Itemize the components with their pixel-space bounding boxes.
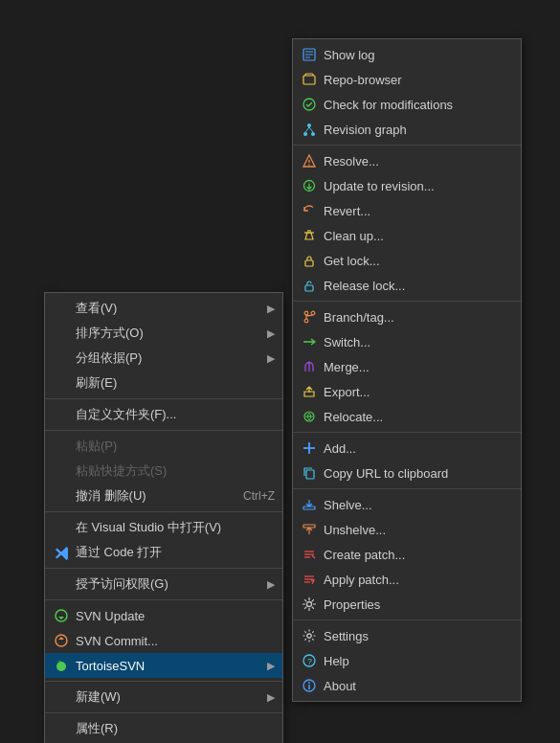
revert-icon bbox=[301, 202, 318, 219]
branch-icon bbox=[301, 308, 318, 326]
about-icon bbox=[301, 677, 318, 694]
repo-icon bbox=[301, 71, 318, 88]
separator bbox=[45, 681, 282, 682]
menu-item-resolve[interactable]: Resolve... bbox=[293, 148, 521, 173]
undo-icon bbox=[53, 487, 70, 505]
separator bbox=[45, 430, 282, 431]
menu-item-settings[interactable]: Settings bbox=[293, 623, 521, 648]
menu-item-label: 撤消 删除(U) bbox=[76, 487, 224, 505]
svg-point-39 bbox=[307, 634, 311, 638]
add-icon bbox=[301, 439, 318, 457]
menu-item-label: Repo-browser bbox=[324, 73, 513, 87]
menu-item-branchtag[interactable]: Branch/tag... bbox=[293, 304, 521, 329]
help-icon: ? bbox=[301, 652, 318, 669]
menu-item-add[interactable]: Add... bbox=[293, 436, 521, 461]
menu-item-copyurl[interactable]: Copy URL to clipboard bbox=[293, 461, 521, 485]
menu-item-pasteshortcut: 粘贴快捷方式(S) bbox=[45, 459, 282, 484]
menu-item-sort[interactable]: 排序方式(O) ▶ bbox=[45, 321, 282, 346]
separator bbox=[45, 712, 282, 713]
menu-item-createpatch[interactable]: Create patch... bbox=[293, 542, 521, 567]
menu-item-switch[interactable]: Switch... bbox=[293, 329, 521, 354]
menu-item-label: TortoiseSVN bbox=[76, 659, 259, 673]
refresh-icon bbox=[53, 374, 70, 392]
menu-item-export[interactable]: Export... bbox=[293, 379, 521, 404]
menu-item-access[interactable]: 授予访问权限(G) ▶ bbox=[45, 572, 282, 597]
menu-item-revert[interactable]: Revert... bbox=[293, 198, 521, 223]
separator bbox=[45, 398, 282, 399]
menu-item-paste: 粘贴(P) bbox=[45, 434, 282, 459]
menu-item-label: Release lock... bbox=[324, 279, 513, 293]
copyurl-icon bbox=[301, 464, 318, 482]
updaterev-icon bbox=[301, 177, 318, 194]
menu-item-label: Merge... bbox=[324, 360, 513, 374]
svg-rect-28 bbox=[306, 470, 314, 479]
menu-item-unshelve[interactable]: Unshelve... bbox=[293, 517, 521, 542]
menu-item-view[interactable]: 查看(V) ▶ bbox=[45, 296, 282, 321]
menu-item-applypatch[interactable]: Apply patch... bbox=[293, 567, 521, 592]
menu-item-relocate[interactable]: Relocate... bbox=[293, 404, 521, 429]
menu-item-help[interactable]: ? Help bbox=[293, 648, 521, 673]
menu-item-shelve[interactable]: Shelve... bbox=[293, 492, 521, 517]
menu-item-cleanup[interactable]: Clean up... bbox=[293, 223, 521, 248]
menu-item-revgraph[interactable]: Revision graph bbox=[293, 117, 521, 142]
tortoise-icon bbox=[53, 657, 70, 674]
menu-item-label: Update to revision... bbox=[324, 179, 513, 193]
vscode-icon bbox=[53, 544, 70, 561]
separator bbox=[293, 145, 521, 146]
menu-item-openinvs[interactable]: 在 Visual Studio 中打开(V) bbox=[45, 515, 282, 540]
left-context-menu: 查看(V) ▶ 排序方式(O) ▶ 分组依据(P) ▶ 刷新(E) 自定义文件夹… bbox=[44, 292, 283, 743]
separator bbox=[45, 599, 282, 600]
paste-icon bbox=[53, 438, 70, 455]
menu-item-openincode[interactable]: 通过 Code 打开 bbox=[45, 540, 282, 565]
menu-item-svncommit[interactable]: SVN Commit... bbox=[45, 628, 282, 653]
menu-item-undo[interactable]: 撤消 删除(U) Ctrl+Z bbox=[45, 484, 282, 508]
menu-item-label: Help bbox=[324, 654, 513, 668]
menu-item-label: 查看(V) bbox=[76, 300, 259, 317]
relocate-icon bbox=[301, 408, 318, 425]
menu-item-merge[interactable]: Merge... bbox=[293, 354, 521, 379]
unlock-icon bbox=[301, 277, 318, 294]
menu-item-properties[interactable]: 属性(R) bbox=[45, 716, 282, 741]
pasteshortcut-icon bbox=[53, 462, 70, 480]
svg-point-21 bbox=[304, 311, 308, 315]
menu-item-tortoisesvn[interactable]: TortoiseSVN ▶ bbox=[45, 653, 282, 678]
menu-item-getlock[interactable]: Get lock... bbox=[293, 248, 521, 273]
menu-item-label: About bbox=[324, 679, 513, 693]
svn-commit-icon bbox=[53, 632, 70, 649]
svg-point-23 bbox=[304, 319, 308, 323]
resolve-icon bbox=[301, 152, 318, 169]
menu-item-checkmod[interactable]: Check for modifications bbox=[293, 92, 521, 117]
menu-item-label: 粘贴快捷方式(S) bbox=[76, 462, 275, 480]
menu-item-new[interactable]: 新建(W) ▶ bbox=[45, 685, 282, 709]
menu-item-showlog[interactable]: Show log bbox=[293, 42, 521, 67]
menu-item-label: 属性(R) bbox=[76, 720, 275, 737]
menu-item-refresh[interactable]: 刷新(E) bbox=[45, 371, 282, 395]
group-icon bbox=[53, 349, 70, 367]
separator bbox=[293, 619, 521, 620]
menu-item-customize[interactable]: 自定义文件夹(F)... bbox=[45, 402, 282, 427]
menu-item-properties2[interactable]: Properties bbox=[293, 592, 521, 617]
menu-item-svnupdate[interactable]: SVN Update bbox=[45, 603, 282, 628]
sort-icon bbox=[53, 325, 70, 342]
svg-rect-19 bbox=[305, 260, 313, 266]
menu-item-label: Export... bbox=[324, 385, 513, 399]
menu-item-label: Switch... bbox=[324, 335, 513, 349]
shortcut-label: Ctrl+Z bbox=[243, 489, 275, 503]
menu-item-label: Settings bbox=[324, 629, 513, 643]
menu-item-repobrowser[interactable]: Repo-browser bbox=[293, 67, 521, 92]
settings-icon bbox=[301, 627, 318, 644]
cleanup-icon bbox=[301, 227, 318, 244]
svg-point-10 bbox=[311, 132, 315, 136]
menu-item-releaselock[interactable]: Release lock... bbox=[293, 273, 521, 298]
svg-line-34 bbox=[312, 555, 315, 558]
menu-item-group[interactable]: 分组依据(P) ▶ bbox=[45, 346, 282, 371]
menu-item-label: Check for modifications bbox=[324, 98, 513, 112]
menu-item-label: SVN Update bbox=[76, 609, 275, 623]
menu-item-updaterev[interactable]: Update to revision... bbox=[293, 173, 521, 198]
right-context-menu: Show log Repo-browser Check for modifica… bbox=[292, 38, 522, 702]
switch-icon bbox=[301, 333, 318, 350]
separator bbox=[45, 568, 282, 569]
svg-point-11 bbox=[307, 124, 311, 127]
menu-item-about[interactable]: About bbox=[293, 673, 521, 698]
menu-item-label: Clean up... bbox=[324, 229, 513, 243]
